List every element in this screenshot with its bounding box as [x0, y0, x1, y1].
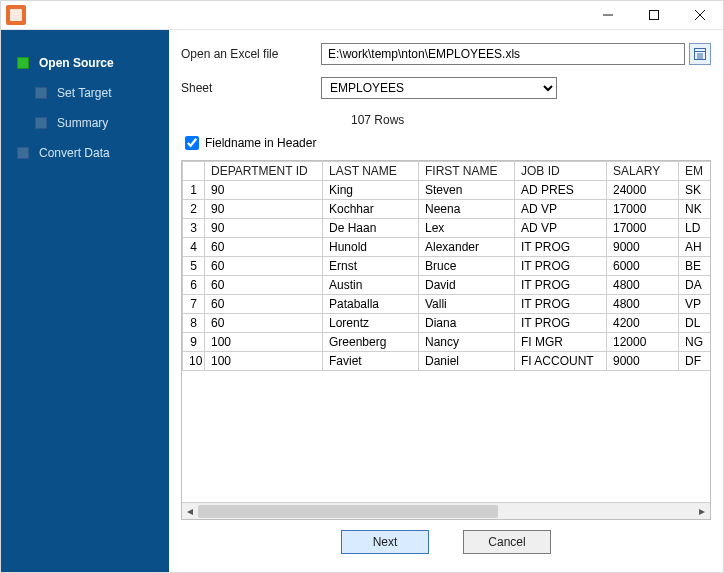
cell-department-id[interactable]: 100	[205, 333, 323, 352]
cell-department-id[interactable]: 90	[205, 219, 323, 238]
cancel-button[interactable]: Cancel	[463, 530, 551, 554]
cell-em[interactable]: SK	[679, 181, 711, 200]
cell-salary[interactable]: 17000	[607, 219, 679, 238]
cell-department-id[interactable]: 60	[205, 314, 323, 333]
col-em[interactable]: EM	[679, 162, 711, 181]
cell-rownum[interactable]: 7	[183, 295, 205, 314]
cell-rownum[interactable]: 9	[183, 333, 205, 352]
cell-job-id[interactable]: IT PROG	[515, 257, 607, 276]
table-row[interactable]: 390De HaanLexAD VP17000LD	[183, 219, 711, 238]
cell-em[interactable]: LD	[679, 219, 711, 238]
cell-rownum[interactable]: 5	[183, 257, 205, 276]
cell-em[interactable]: DF	[679, 352, 711, 371]
cell-job-id[interactable]: IT PROG	[515, 295, 607, 314]
sheet-select[interactable]: EMPLOYEES	[321, 77, 557, 99]
cell-department-id[interactable]: 100	[205, 352, 323, 371]
cell-first-name[interactable]: Steven	[419, 181, 515, 200]
horizontal-scrollbar[interactable]: ◂ ▸	[182, 502, 710, 519]
cell-rownum[interactable]: 2	[183, 200, 205, 219]
minimize-button[interactable]	[585, 1, 631, 29]
cell-rownum[interactable]: 10	[183, 352, 205, 371]
cell-em[interactable]: VP	[679, 295, 711, 314]
col-job-id[interactable]: JOB ID	[515, 162, 607, 181]
cell-rownum[interactable]: 8	[183, 314, 205, 333]
cell-salary[interactable]: 4200	[607, 314, 679, 333]
cell-job-id[interactable]: IT PROG	[515, 314, 607, 333]
cell-salary[interactable]: 24000	[607, 181, 679, 200]
cell-em[interactable]: BE	[679, 257, 711, 276]
cell-last-name[interactable]: Ernst	[323, 257, 419, 276]
cell-last-name[interactable]: King	[323, 181, 419, 200]
cell-first-name[interactable]: Alexander	[419, 238, 515, 257]
table-row[interactable]: 10100FavietDanielFI ACCOUNT9000DF	[183, 352, 711, 371]
cell-first-name[interactable]: Valli	[419, 295, 515, 314]
cell-last-name[interactable]: Greenberg	[323, 333, 419, 352]
maximize-button[interactable]	[631, 1, 677, 29]
file-path-input[interactable]	[321, 43, 685, 65]
cell-last-name[interactable]: Faviet	[323, 352, 419, 371]
cell-last-name[interactable]: Austin	[323, 276, 419, 295]
cell-em[interactable]: DL	[679, 314, 711, 333]
table-row[interactable]: 290KochharNeenaAD VP17000NK	[183, 200, 711, 219]
cell-first-name[interactable]: Diana	[419, 314, 515, 333]
col-department-id[interactable]: DEPARTMENT ID	[205, 162, 323, 181]
cell-job-id[interactable]: IT PROG	[515, 238, 607, 257]
cell-job-id[interactable]: AD VP	[515, 200, 607, 219]
cell-rownum[interactable]: 1	[183, 181, 205, 200]
cell-salary[interactable]: 9000	[607, 352, 679, 371]
table-row[interactable]: 660AustinDavidIT PROG4800DA	[183, 276, 711, 295]
cell-rownum[interactable]: 6	[183, 276, 205, 295]
nav-item-set-target[interactable]: Set Target	[1, 78, 169, 108]
cell-salary[interactable]: 9000	[607, 238, 679, 257]
table-row[interactable]: 560ErnstBruceIT PROG6000BE	[183, 257, 711, 276]
cell-department-id[interactable]: 60	[205, 238, 323, 257]
cell-first-name[interactable]: Neena	[419, 200, 515, 219]
col-rownum[interactable]	[183, 162, 205, 181]
browse-file-button[interactable]	[689, 43, 711, 65]
cell-department-id[interactable]: 60	[205, 295, 323, 314]
col-last-name[interactable]: LAST NAME	[323, 162, 419, 181]
fieldname-checkbox[interactable]	[185, 136, 199, 150]
cell-last-name[interactable]: Lorentz	[323, 314, 419, 333]
cell-em[interactable]: NK	[679, 200, 711, 219]
cell-job-id[interactable]: IT PROG	[515, 276, 607, 295]
cell-em[interactable]: AH	[679, 238, 711, 257]
cell-job-id[interactable]: AD PRES	[515, 181, 607, 200]
nav-item-convert-data[interactable]: Convert Data	[1, 138, 169, 168]
cell-first-name[interactable]: Bruce	[419, 257, 515, 276]
cell-job-id[interactable]: FI MGR	[515, 333, 607, 352]
cell-job-id[interactable]: FI ACCOUNT	[515, 352, 607, 371]
table-row[interactable]: 9100GreenbergNancyFI MGR12000NG	[183, 333, 711, 352]
cell-first-name[interactable]: David	[419, 276, 515, 295]
cell-department-id[interactable]: 90	[205, 181, 323, 200]
cell-first-name[interactable]: Lex	[419, 219, 515, 238]
cell-salary[interactable]: 4800	[607, 276, 679, 295]
cell-salary[interactable]: 12000	[607, 333, 679, 352]
cell-last-name[interactable]: Kochhar	[323, 200, 419, 219]
col-first-name[interactable]: FIRST NAME	[419, 162, 515, 181]
cell-rownum[interactable]: 3	[183, 219, 205, 238]
table-row[interactable]: 460HunoldAlexanderIT PROG9000AH	[183, 238, 711, 257]
table-row[interactable]: 860LorentzDianaIT PROG4200DL	[183, 314, 711, 333]
cell-rownum[interactable]: 4	[183, 238, 205, 257]
cell-em[interactable]: DA	[679, 276, 711, 295]
cell-salary[interactable]: 17000	[607, 200, 679, 219]
cell-last-name[interactable]: Hunold	[323, 238, 419, 257]
cell-department-id[interactable]: 90	[205, 200, 323, 219]
scroll-left-icon[interactable]: ◂	[182, 503, 198, 519]
scroll-right-icon[interactable]: ▸	[694, 503, 710, 519]
cell-first-name[interactable]: Nancy	[419, 333, 515, 352]
table-row[interactable]: 190KingStevenAD PRES24000SK	[183, 181, 711, 200]
nav-item-summary[interactable]: Summary	[1, 108, 169, 138]
cell-department-id[interactable]: 60	[205, 257, 323, 276]
cell-department-id[interactable]: 60	[205, 276, 323, 295]
nav-item-open-source[interactable]: Open Source	[1, 48, 169, 78]
cell-salary[interactable]: 4800	[607, 295, 679, 314]
cell-em[interactable]: NG	[679, 333, 711, 352]
cell-last-name[interactable]: De Haan	[323, 219, 419, 238]
cell-last-name[interactable]: Pataballa	[323, 295, 419, 314]
cell-salary[interactable]: 6000	[607, 257, 679, 276]
table-row[interactable]: 760PataballaValliIT PROG4800VP	[183, 295, 711, 314]
cell-first-name[interactable]: Daniel	[419, 352, 515, 371]
next-button[interactable]: Next	[341, 530, 429, 554]
